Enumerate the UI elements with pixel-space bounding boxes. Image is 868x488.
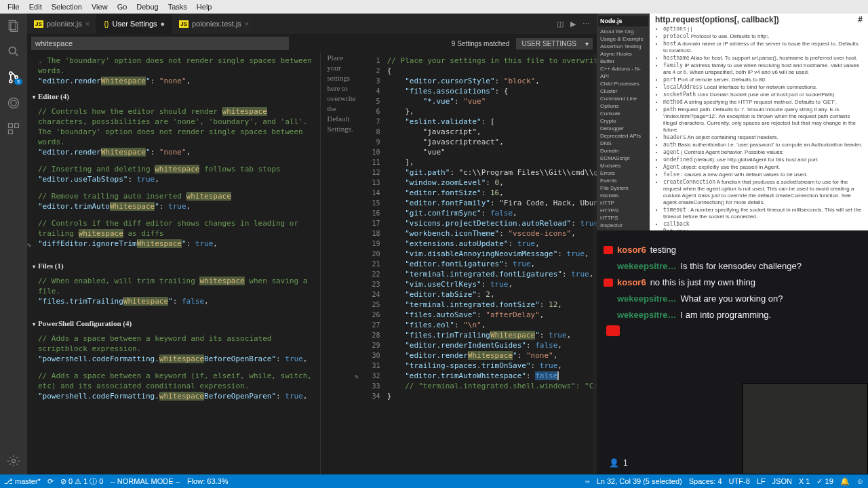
status-sync[interactable]: ⟳ [47,477,54,486]
mod-badge-icon [604,279,613,287]
scm-badge: 3 [14,79,22,85]
line-gutter: 1234567891011121314151617181920212223242… [363,53,387,474]
svg-rect-10 [15,124,19,128]
docs-anchor[interactable]: # [858,16,863,23]
more-icon[interactable]: ⋯ [583,20,590,28]
settings-search-bar: 9 Settings matched USER SETTINGS [27,34,597,53]
menu-edit[interactable]: Edit [24,3,47,11]
svg-point-7 [9,98,19,108]
status-problems[interactable]: ⊘ 0 ⚠ 1 ⓘ 0 [60,476,104,487]
settings-description: Place your settings here to overwrite th… [321,53,363,474]
debug-icon[interactable] [5,95,22,111]
settings-group[interactable]: PowerShell Configuration (4) [33,319,315,329]
mod-badge-icon [604,246,613,254]
menu-file[interactable]: File [3,3,24,11]
split-icon[interactable]: ◫ [557,20,564,28]
status-flow[interactable]: Flow: 63.3% [187,477,229,485]
tab[interactable]: JSpoloniex.js× [27,14,97,34]
status-lint[interactable]: ✓ 19 [816,477,833,486]
user-settings-pane: Place your settings here to overwrite th… [321,53,597,474]
status-bar: ⎇ master* ⟳ ⊘ 0 ⚠ 1 ⓘ 0 -- NORMAL MODE -… [0,474,868,488]
chat-message: wekeepsitre…I am into programming. [604,309,861,321]
activity-bar: 3 [0,14,27,474]
run-icon[interactable]: ▶ [570,20,576,28]
explorer-icon[interactable] [5,18,22,34]
pencil-icon[interactable]: ✎ [355,371,359,382]
menu-debug[interactable]: Debug [132,3,163,11]
scm-icon[interactable]: 3 [5,69,22,85]
svg-point-8 [11,100,16,106]
svg-rect-11 [9,130,13,134]
editor-tabs: JSpoloniex.js×{}User Settings●JSpoloniex… [27,14,597,34]
viewer-count: 1 [623,458,628,468]
webcam-feed [743,383,868,474]
docs-panel: Node.jsAbout the OrgUsage & ExampleAsser… [597,14,868,230]
robot-icon [606,325,620,336]
menu-help[interactable]: Help [192,3,217,11]
svg-point-12 [12,460,16,463]
chat-panel: kosor6testingwekeepsitre…Is this for ken… [597,230,868,474]
settings-scope-dropdown[interactable]: USER SETTINGS [516,38,593,49]
svg-rect-9 [9,124,13,128]
tab[interactable]: {}User Settings● [97,14,172,34]
svg-line-3 [16,54,18,56]
docs-title: http.request(options[, callback]) [655,16,779,23]
status-mode: -- NORMAL MODE -- [110,477,180,485]
status-encoding[interactable]: UTF-8 [729,477,750,485]
status-x: X 1 [799,477,810,485]
menu-tasks[interactable]: Tasks [163,3,192,11]
status-bell[interactable]: 🔔 [840,477,850,486]
code-editor[interactable]: // Place your settings in this file to o… [387,53,597,474]
settings-search-input[interactable] [31,37,289,50]
status-eol[interactable]: LF [757,477,766,485]
status-position[interactable]: Ln 32, Col 39 (5 selected) [597,477,682,485]
menu-view[interactable]: View [87,3,113,11]
chat-message: wekeepsitre…What are you working on? [604,293,861,305]
svg-point-5 [9,80,12,83]
side-panel: Node.jsAbout the OrgUsage & ExampleAsser… [597,14,868,474]
status-feedback[interactable]: ⎃ [585,477,590,485]
chat-message: kosor6testing [604,244,861,256]
docs-sidebar[interactable]: Node.jsAbout the OrgUsage & ExampleAsser… [597,14,650,230]
svg-point-4 [9,72,12,75]
chat-message: kosor6no this is just my own thing [604,277,861,289]
menu-selection[interactable]: Selection [47,3,87,11]
menu-go[interactable]: Go [113,3,132,11]
tab[interactable]: JSpoloniex.test.js× [172,14,256,34]
viewer-icon: 👤 [609,458,619,468]
status-face[interactable]: ☺ [856,477,864,485]
status-lang[interactable]: JSON [772,477,792,485]
menu-bar: FileEditSelectionViewGoDebugTasksHelp [0,0,868,14]
status-spaces[interactable]: Spaces: 4 [689,477,722,485]
docs-content: http.request(options[, callback])# optio… [650,14,868,230]
match-count: 9 Settings matched [452,40,510,47]
status-branch[interactable]: ⎇ master* [4,477,41,486]
settings-group[interactable]: Files (1) [33,261,315,272]
svg-point-2 [9,47,16,54]
settings-group[interactable]: Editor (4) [33,92,315,102]
extensions-icon[interactable] [5,121,22,137]
gear-icon[interactable] [5,453,22,469]
chat-message: wekeepsitre…Is this for kensodev challen… [604,260,861,272]
search-icon[interactable] [5,43,22,60]
default-settings-pane: . The 'boundary' option does not render … [27,53,321,474]
